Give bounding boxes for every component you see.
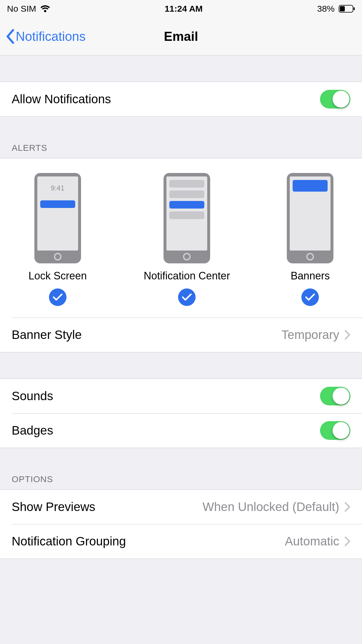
- sounds-row[interactable]: Sounds: [0, 379, 362, 413]
- back-button[interactable]: Notifications: [6, 29, 86, 44]
- svg-rect-1: [340, 6, 345, 11]
- allow-notifications-label: Allow Notifications: [12, 92, 320, 106]
- wifi-icon: [40, 5, 50, 13]
- back-label: Notifications: [16, 29, 86, 44]
- nav-bar: Notifications Email: [0, 18, 362, 55]
- banner-style-row[interactable]: Banner Style Temporary: [0, 318, 362, 352]
- alerts-panel: 9:41 Lock Screen Notificatio: [0, 158, 362, 318]
- status-time: 11:24 AM: [165, 4, 203, 14]
- allow-notifications-toggle[interactable]: [320, 90, 350, 108]
- banners-illustration: [287, 173, 333, 263]
- badges-toggle[interactable]: [320, 421, 350, 440]
- alert-option-label: Lock Screen: [29, 270, 87, 282]
- alert-option-lock-screen[interactable]: 9:41 Lock Screen: [29, 173, 87, 306]
- badges-label: Badges: [12, 424, 320, 438]
- battery-percent: 38%: [317, 4, 335, 14]
- banner-style-value: Temporary: [282, 328, 339, 342]
- show-previews-row[interactable]: Show Previews When Unlocked (Default): [0, 490, 362, 524]
- chevron-right-icon: [345, 502, 350, 512]
- badges-row[interactable]: Badges: [0, 413, 362, 448]
- check-icon: [301, 288, 319, 306]
- chevron-right-icon: [345, 536, 350, 546]
- carrier-label: No SIM: [7, 4, 36, 14]
- alert-option-notification-center[interactable]: Notification Center: [144, 173, 230, 306]
- notification-center-illustration: [164, 173, 210, 263]
- battery-icon: [339, 5, 355, 13]
- check-icon: [49, 288, 66, 306]
- sounds-toggle[interactable]: [320, 387, 350, 405]
- banner-style-label: Banner Style: [12, 328, 282, 342]
- notification-grouping-row[interactable]: Notification Grouping Automatic: [0, 524, 362, 559]
- alerts-section-header: ALERTS: [0, 143, 362, 158]
- show-previews-label: Show Previews: [12, 500, 203, 514]
- lock-screen-time: 9:41: [51, 184, 64, 192]
- sounds-label: Sounds: [12, 389, 320, 403]
- check-icon: [178, 288, 196, 306]
- notification-grouping-label: Notification Grouping: [12, 534, 285, 548]
- status-bar: No SIM 11:24 AM 38%: [0, 0, 362, 18]
- chevron-left-icon: [6, 29, 15, 44]
- alert-option-banners[interactable]: Banners: [287, 173, 333, 306]
- alert-option-label: Banners: [291, 270, 330, 282]
- chevron-right-icon: [345, 330, 350, 340]
- notification-grouping-value: Automatic: [285, 534, 339, 548]
- allow-notifications-row[interactable]: Allow Notifications: [0, 82, 362, 116]
- alert-option-label: Notification Center: [144, 270, 230, 282]
- options-section-header: OPTIONS: [0, 474, 362, 489]
- show-previews-value: When Unlocked (Default): [203, 500, 339, 514]
- lock-screen-illustration: 9:41: [34, 173, 81, 263]
- svg-rect-2: [354, 7, 355, 10]
